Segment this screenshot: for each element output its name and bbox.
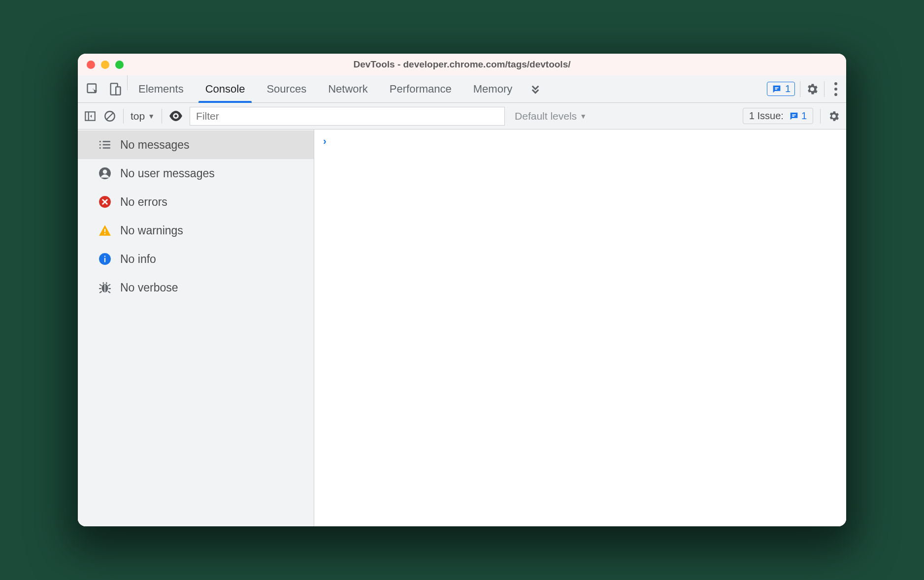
execution-context-selector[interactable]: top ▼ [131,110,155,122]
info-icon [99,253,111,265]
tab-label: Performance [390,83,452,96]
device-toolbar-icon[interactable] [108,82,122,96]
panel-tabstrip: Elements Console Sources Network Perform… [78,75,846,103]
sidebar-item-label: No verbose [120,281,178,294]
user-icon [99,167,111,180]
main-menu-button[interactable] [829,82,842,96]
sidebar-item-label: No info [120,253,156,266]
console-body: No messages No user messages No errors [78,129,846,526]
panel-tabs: Elements Console Sources Network Perform… [128,75,523,102]
close-window-button[interactable] [87,61,95,69]
levels-label: Default levels [515,110,577,122]
svg-point-16 [99,144,101,145]
issues-label: 1 Issue: [749,110,784,122]
context-label: top [131,110,145,122]
dropdown-icon: ▼ [580,112,587,120]
sidebar-item-errors[interactable]: No errors [78,188,314,216]
svg-rect-25 [104,256,105,257]
sidebar-item-label: No user messages [120,167,215,180]
tab-label: Elements [138,83,184,96]
sidebar-item-label: No warnings [120,224,183,237]
filter-input[interactable] [190,107,505,126]
inspect-element-icon[interactable] [86,82,99,96]
console-toolbar: top ▼ Default levels ▼ 1 Issue: 1 [78,103,846,129]
tab-label: Network [328,83,368,96]
sidebar-item-label: No errors [120,195,167,209]
tab-performance[interactable]: Performance [379,75,462,102]
log-levels-selector[interactable]: Default levels ▼ [515,110,587,122]
console-prompt-icon: › [323,135,327,147]
tab-elements[interactable]: Elements [128,75,195,102]
issues-badge[interactable]: 1 [767,82,795,96]
sidebar-item-label: No messages [120,138,190,152]
svg-rect-24 [104,258,105,262]
svg-rect-2 [116,87,120,95]
svg-rect-10 [792,114,795,115]
dropdown-icon: ▼ [148,112,155,120]
tab-memory[interactable]: Memory [462,75,523,102]
svg-point-15 [99,141,101,142]
clear-console-icon[interactable] [103,110,116,123]
tab-label: Sources [266,83,306,96]
settings-icon[interactable] [805,82,819,96]
svg-point-9 [174,114,177,117]
toggle-sidebar-icon[interactable] [84,110,97,123]
svg-rect-21 [104,229,105,232]
console-output[interactable]: › [314,129,846,526]
sidebar-item-verbose[interactable]: No verbose [78,273,314,302]
issues-counter[interactable]: 1 Issue: 1 [743,108,813,124]
svg-point-19 [103,169,107,174]
sidebar-item-user-messages[interactable]: No user messages [78,159,314,188]
svg-rect-3 [775,87,778,88]
list-icon [99,138,111,151]
tab-label: Console [205,83,245,96]
titlebar: DevTools - developer.chrome.com/tags/dev… [78,54,846,75]
svg-rect-4 [775,89,777,90]
more-tabs-button[interactable] [523,75,550,102]
sidebar-item-messages[interactable]: No messages [78,130,314,159]
sidebar-item-info[interactable]: No info [78,245,314,273]
issues-count: 1 [801,110,807,122]
tab-console[interactable]: Console [195,75,256,102]
tab-sources[interactable]: Sources [256,75,317,102]
window-title: DevTools - developer.chrome.com/tags/dev… [78,59,846,70]
svg-rect-22 [104,233,105,234]
bug-icon [99,281,111,294]
svg-rect-11 [792,116,794,117]
minimize-window-button[interactable] [101,61,109,69]
zoom-window-button[interactable] [115,61,124,69]
console-sidebar: No messages No user messages No errors [78,129,314,526]
sidebar-item-warnings[interactable]: No warnings [78,216,314,245]
live-expression-icon[interactable] [169,111,183,122]
error-icon [99,195,111,208]
console-settings-icon[interactable] [827,110,840,123]
issues-badge-count: 1 [785,83,791,95]
window-controls [78,61,124,69]
svg-point-17 [99,147,101,149]
warning-icon [99,224,111,237]
devtools-window: DevTools - developer.chrome.com/tags/dev… [78,54,846,526]
tab-label: Memory [473,83,512,96]
svg-line-8 [107,113,113,119]
tab-network[interactable]: Network [317,75,379,102]
